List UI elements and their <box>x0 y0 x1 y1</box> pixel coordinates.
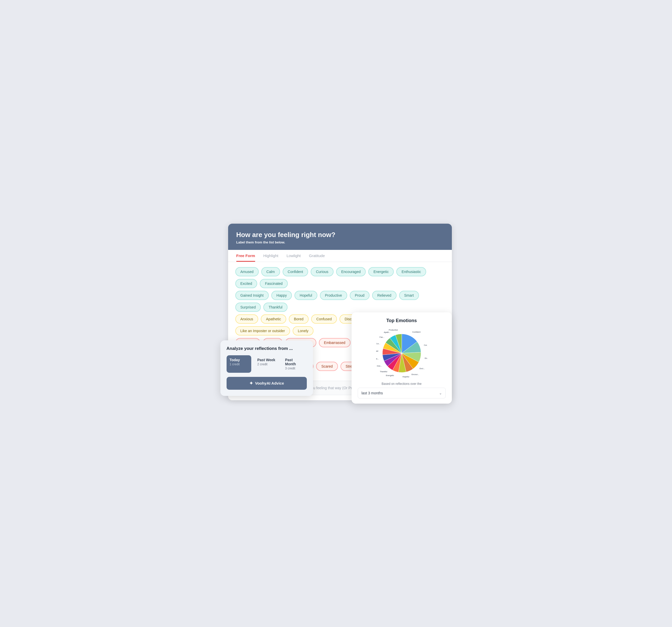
voohyai-advice-button[interactable]: ✦ VoohyAI Advice <box>226 377 307 390</box>
emotion-chip-curious[interactable]: Curious <box>311 267 333 276</box>
emotion-chip-calm[interactable]: Calm <box>261 267 280 276</box>
emotion-chip-confused[interactable]: Confused <box>311 315 337 324</box>
emotion-chip-amused[interactable]: Amused <box>235 267 259 276</box>
chart-label-0: Confident <box>412 331 421 333</box>
page-subtitle: Label them from the list below. <box>236 241 443 244</box>
tabs-bar: Free Form Highlight Lowlight Gratitude <box>228 250 452 262</box>
credit-options: Today1 creditPast Week2 creditPast Month… <box>226 355 307 373</box>
credits-label-1: 2 credit <box>258 362 276 366</box>
emotion-chip-gained-insight[interactable]: Gained Insight <box>235 291 269 300</box>
chart-label-12: Fas... <box>379 336 384 338</box>
chart-label-6: Energetic <box>386 374 394 376</box>
chart-area: ConfidentCur...En...Exci...Encour...Hope… <box>358 327 446 379</box>
period-label-0: Today <box>230 358 248 362</box>
chart-label-11: La... <box>376 343 380 345</box>
emotion-chip-energetic[interactable]: Energetic <box>368 267 394 276</box>
page-title: How are you feeling right now? <box>236 231 443 239</box>
ai-button-label: VoohyAI Advice <box>255 381 284 385</box>
emotion-chip-fascinated[interactable]: Fascinated <box>260 279 288 288</box>
emotion-chip-like-an-imposter-or-outsider[interactable]: Like an Imposter or outsider <box>235 326 290 335</box>
pie-chart: ConfidentCur...En...Exci...Encour...Hope… <box>376 327 427 379</box>
chart-label-5: Hopeful <box>403 375 409 378</box>
tab-free-form[interactable]: Free Form <box>236 253 255 262</box>
analyze-card: Analyze your reflections from ... Today1… <box>220 341 313 396</box>
emotion-chip-anxious[interactable]: Anxious <box>235 315 259 324</box>
chart-label-14: Productive <box>389 329 398 331</box>
period-select[interactable]: last 3 monthslast 1 monthlast week <box>358 388 446 398</box>
chart-label-8: Ove... <box>377 365 382 367</box>
credit-option-1[interactable]: Past Week2 credit <box>254 355 279 373</box>
chart-label-4: Encour... <box>411 373 419 376</box>
emotion-chip-happy[interactable]: Happy <box>271 291 292 300</box>
emotion-chip-smart[interactable]: Smart <box>399 291 419 300</box>
emotions-row-positive1: AmusedCalmConfidentCuriousEncouragedEner… <box>235 267 445 288</box>
emotion-chip-thankful[interactable]: Thankful <box>263 303 288 312</box>
period-label-2: Past Month <box>285 358 304 366</box>
based-on-text: Based on reflections over the <box>358 382 446 385</box>
credit-option-0[interactable]: Today1 credit <box>226 355 251 373</box>
chart-label-2: En... <box>425 357 427 359</box>
chart-label-7: Thankful <box>380 371 387 373</box>
emotion-chip-proud[interactable]: Proud <box>350 291 369 300</box>
chart-label-3: Exci... <box>419 367 425 370</box>
credits-label-0: 1 credit <box>230 362 248 366</box>
emotion-chip-productive[interactable]: Productive <box>320 291 347 300</box>
credit-option-2[interactable]: Past Month3 credit <box>282 355 307 373</box>
chart-label-1: Cur... <box>424 344 427 346</box>
emotion-chip-enthusiastic[interactable]: Enthusiastic <box>396 267 426 276</box>
chart-label-10: Sad <box>376 350 378 352</box>
chart-label-13: Apath... <box>384 331 390 333</box>
emotions-chart-card: Top Emotions ConfidentCur...En...Exci...… <box>352 312 452 404</box>
emotion-chip-apathetic[interactable]: Apathetic <box>261 315 286 324</box>
chart-label-9: Ga... <box>376 358 379 360</box>
credits-label-2: 3 credit <box>285 367 304 370</box>
emotions-row-positive2: Gained InsightHappyHopefulProductiveProu… <box>235 291 445 312</box>
emotion-chip-relieved[interactable]: Relieved <box>372 291 396 300</box>
emotion-chip-confident[interactable]: Confident <box>283 267 308 276</box>
period-select-wrapper: last 3 monthslast 1 monthlast week ⌄ <box>358 388 446 398</box>
emotion-chip-scared[interactable]: Scared <box>316 362 338 371</box>
main-header: How are you feeling right now? Label the… <box>228 224 452 250</box>
emotion-chip-lonely[interactable]: Lonely <box>293 326 313 335</box>
tab-highlight[interactable]: Highlight <box>263 253 278 262</box>
period-label-1: Past Week <box>258 358 276 362</box>
emotion-chip-hopeful[interactable]: Hopeful <box>294 291 317 300</box>
emotion-chip-surprised[interactable]: Surprised <box>235 303 261 312</box>
analyze-title: Analyze your reflections from ... <box>226 346 307 351</box>
tab-gratitude[interactable]: Gratitude <box>309 253 325 262</box>
sparkle-icon: ✦ <box>249 380 253 386</box>
emotion-chip-bored[interactable]: Bored <box>289 315 309 324</box>
chart-title: Top Emotions <box>358 318 446 323</box>
emotion-chip-embarrassed[interactable]: Embarrassed <box>319 338 351 347</box>
scene: How are you feeling right now? Label the… <box>220 224 452 404</box>
tab-lowlight[interactable]: Lowlight <box>287 253 301 262</box>
emotion-chip-encouraged[interactable]: Encouraged <box>336 267 366 276</box>
emotion-chip-excited[interactable]: Excited <box>235 279 258 288</box>
